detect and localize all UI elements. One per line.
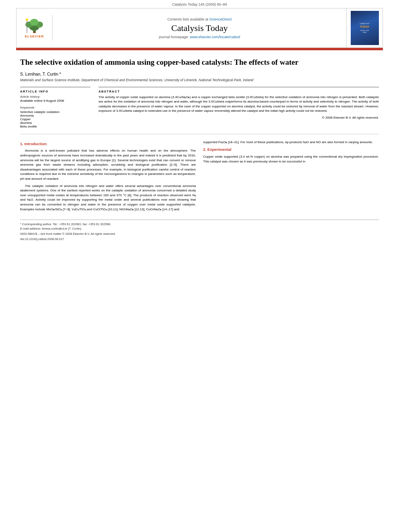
body-right-column: supported Fe₂O₃ [18–21]. For most of the… (203, 140, 379, 214)
keyword-1: Selective catalytic oxidation (20, 110, 90, 114)
elsevier-logo: ELSEVIER (23, 18, 45, 38)
article-info-column: ARTICLE INFO Article history: Available … (20, 87, 90, 128)
keyword-3: Copper (20, 117, 90, 121)
body-left-column: 1. Introduction Ammonia is a well-known … (20, 140, 196, 214)
journal-title: Catalysis Today (57, 23, 342, 33)
copyright: © 2008 Elsevier B.V. All rights reserved… (99, 116, 379, 119)
svg-point-7 (26, 18, 28, 21)
intro-section-title: 1. Introduction (20, 141, 196, 147)
elsevier-text: ELSEVIER (25, 35, 44, 38)
intro-para-1: Ammonia is a well-known pollutant that h… (20, 148, 196, 181)
keyword-5: Beta zeolite (20, 125, 90, 128)
journal-citation: Catalysis Today 145 (2009) 85–89 (0, 0, 399, 8)
elsevier-tree-icon (23, 18, 45, 34)
journal-thumbnail-area: CATALYSIS TODAY Volume 1452009 (346, 8, 383, 47)
authors: S. Lenihan, T. Curtin * (20, 72, 379, 76)
svg-rect-5 (33, 31, 35, 33)
section-divider (20, 134, 379, 134)
intro-right-para-1: supported Fe₂O₃ [18–21]. For most of the… (203, 140, 379, 145)
article-info-abstract: ARTICLE INFO Article history: Available … (20, 87, 379, 128)
homepage-link[interactable]: www.elsevier.com/locate/cattod (190, 35, 240, 39)
keyword-2: Ammonia (20, 114, 90, 117)
available-online: Available online 9 August 2008 (20, 99, 90, 103)
citation-text: Catalysis Today 145 (2009) 85–89 (172, 2, 227, 6)
article-footer: * Corresponding author. Tel.: +353 61 20… (20, 220, 379, 241)
svg-point-4 (30, 19, 39, 26)
intro-para-2: The catalytic oxidation of ammonia into … (20, 184, 196, 212)
history-label: Article history: (20, 95, 90, 99)
body-columns: 1. Introduction Ammonia is a well-known … (20, 140, 379, 214)
sciencedirect-link[interactable]: ScienceDirect (210, 17, 232, 21)
affiliation: Materials and Surface Science Institute,… (20, 78, 379, 82)
elsevier-logo-area: ELSEVIER (16, 15, 53, 41)
article-content: The selective oxidation of ammonia using… (0, 50, 399, 249)
journal-header-center: Contents lists available at ScienceDirec… (53, 14, 346, 42)
keywords-label: Keywords: (20, 106, 90, 109)
article-title: The selective oxidation of ammonia using… (20, 58, 379, 68)
email-note: E-mail address: teresa.curtin@ul.ie (T. … (20, 227, 379, 230)
experimental-section-title: 2. Experimental (203, 147, 379, 152)
doi-line: doi:10.1016/j.cattod.2008.06.017 (20, 237, 379, 241)
issn-line: 0920-5861/$ – see front matter © 2008 El… (20, 232, 379, 236)
contents-list-text: Contents lists available at ScienceDirec… (57, 17, 342, 21)
abstract-text: The activity of copper oxide supported o… (99, 95, 379, 113)
article-info-heading: ARTICLE INFO (20, 90, 90, 93)
journal-thumbnail: CATALYSIS TODAY Volume 1452009 (351, 11, 379, 45)
corresponding-author-note: * Corresponding author. Tel.: +353 61 20… (20, 222, 379, 226)
abstract-column: ABSTRACT The activity of copper oxide su… (99, 87, 379, 128)
keyword-4: Alumina (20, 121, 90, 125)
abstract-heading: ABSTRACT (99, 90, 379, 93)
journal-homepage: journal homepage: www.elsevier.com/locat… (57, 35, 342, 39)
experimental-para: Copper oxide supported (3.4 wt.% copper)… (203, 154, 379, 164)
journal-header: ELSEVIER Contents lists available at Sci… (16, 8, 383, 48)
